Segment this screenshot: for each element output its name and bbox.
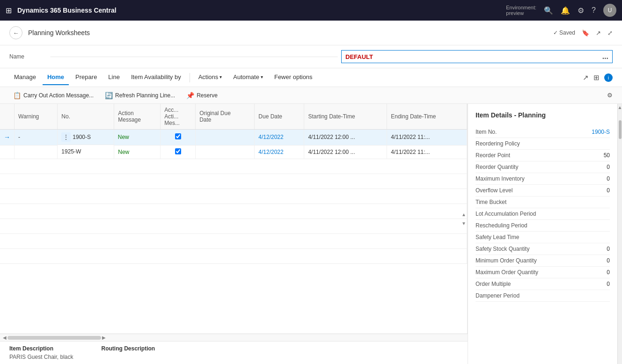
reserve-icon: 📌 xyxy=(186,92,194,99)
reorder-qty-val: 0 xyxy=(607,164,610,170)
no-cell[interactable]: ⋮ 1900-S xyxy=(58,130,114,145)
menu-actions[interactable]: Actions ▾ xyxy=(194,70,227,85)
panel-row-time-bucket: Time Bucket xyxy=(476,197,610,208)
menu-automate[interactable]: Automate ▾ xyxy=(228,70,268,85)
panel-row-order-multiple: Order Multiple 0 xyxy=(476,278,610,290)
info-icon[interactable]: i xyxy=(604,73,613,82)
item-no-val[interactable]: 1900-S xyxy=(592,129,610,135)
scroll-left-icon[interactable]: ◀ xyxy=(2,334,7,341)
menu-prepare[interactable]: Prepare xyxy=(71,70,102,85)
panel-row-safety-lead: Safety Lead Time xyxy=(476,232,610,243)
app-title: Dynamics 365 Business Central xyxy=(17,7,500,14)
acc-cell[interactable] xyxy=(161,130,196,146)
back-button[interactable]: ← xyxy=(9,26,22,39)
name-more-icon[interactable]: ... xyxy=(602,52,608,61)
acc-checkbox-2[interactable] xyxy=(175,148,181,154)
ending-datetime-cell-2: 4/11/2022 11:... xyxy=(387,145,467,159)
horizontal-scrollbar[interactable]: ◀ ▶ xyxy=(0,334,468,341)
scroll-up-icon[interactable]: ▲ xyxy=(461,211,467,218)
customize-icon[interactable]: ⚙ xyxy=(607,92,613,99)
expand-icon[interactable]: ⤢ xyxy=(607,29,613,36)
refresh-planning-button[interactable]: 🔄 Refresh Planning Line... xyxy=(101,90,179,101)
panel-title: Item Details - Planning xyxy=(476,111,610,119)
share-link-icon[interactable]: ↗ xyxy=(583,73,589,82)
menu-item-availability[interactable]: Item Availability by xyxy=(126,70,186,85)
carry-out-label: Carry Out Action Message... xyxy=(23,92,94,99)
col-original-due-date-header[interactable]: Original DueDate xyxy=(196,104,255,130)
table-row-empty xyxy=(0,204,467,218)
filter-icon[interactable]: ⊞ xyxy=(593,73,600,82)
starting-datetime-cell-2: 4/11/2022 12:00 ... xyxy=(304,145,387,159)
v-scroll-thumb[interactable] xyxy=(619,120,622,139)
col-due-date-header[interactable]: Due Date xyxy=(255,104,304,130)
col-starting-datetime-header[interactable]: Starting Date-Time xyxy=(304,104,387,130)
reorder-point-val: 50 xyxy=(604,152,610,159)
row-arrow-icon: → xyxy=(4,133,10,141)
acc-cell-2[interactable] xyxy=(161,145,196,159)
acc-checkbox[interactable] xyxy=(175,133,181,139)
routing-description-section: Routing Description xyxy=(102,345,155,360)
menu-line[interactable]: Line xyxy=(103,70,124,85)
menu-home[interactable]: Home xyxy=(43,70,69,85)
col-ending-datetime-header[interactable]: Ending Date-Time xyxy=(387,104,467,130)
name-value: DEFAULT xyxy=(345,53,373,60)
col-action-message-header[interactable]: ActionMessage xyxy=(114,104,161,130)
panel-row-safety-stock: Safety Stock Quantity 0 xyxy=(476,243,610,255)
menu-manage[interactable]: Manage xyxy=(9,70,41,85)
name-field-input[interactable]: DEFAULT ... xyxy=(341,50,613,63)
max-inventory-val: 0 xyxy=(607,175,610,182)
help-icon[interactable]: ? xyxy=(592,6,596,15)
col-warning-header[interactable]: Warning xyxy=(15,104,58,130)
back-arrow-icon: ← xyxy=(13,29,19,36)
item-desc-title: Item Description xyxy=(9,345,73,352)
due-date-cell-2: 4/12/2022 xyxy=(255,145,304,159)
menu-fewer-options[interactable]: Fewer options xyxy=(270,70,317,85)
vertical-scrollbar[interactable]: ▲ xyxy=(617,104,622,364)
top-bar: ⊞ Dynamics 365 Business Central Environm… xyxy=(0,0,622,21)
settings-icon[interactable]: ⚙ xyxy=(578,6,584,15)
lot-accum-label: Lot Accumulation Period xyxy=(476,211,536,217)
table-row-empty xyxy=(0,248,467,263)
safety-stock-val: 0 xyxy=(607,246,610,252)
max-order-qty-val: 0 xyxy=(607,269,610,276)
panel-row-overflow-level: Overflow Level 0 xyxy=(476,185,610,197)
share-icon[interactable]: ↗ xyxy=(596,29,601,36)
scroll-thumb[interactable] xyxy=(7,336,101,340)
scroll-down-icon[interactable]: ▼ xyxy=(461,220,467,227)
header-actions: ✓ Saved 🔖 ↗ ⤢ xyxy=(553,29,613,36)
name-label: Name xyxy=(9,53,47,60)
refresh-icon: 🔄 xyxy=(105,92,113,99)
v-scroll-up-icon[interactable]: ▲ xyxy=(617,104,622,111)
name-row: Name DEFAULT ... xyxy=(0,45,622,68)
panel-row-rescheduling: Rescheduling Period xyxy=(476,220,610,232)
scroll-right-icon[interactable]: ▶ xyxy=(101,334,107,341)
bell-icon[interactable]: 🔔 xyxy=(561,6,570,15)
col-no-header[interactable]: No. xyxy=(58,104,114,130)
dampener-label: Dampener Period xyxy=(476,292,520,299)
grid-icon[interactable]: ⊞ xyxy=(6,6,12,15)
automate-dropdown-icon: ▾ xyxy=(261,74,263,80)
item-description-section: Item Description PARIS Guest Chair, blac… xyxy=(9,345,73,360)
table-row-empty xyxy=(0,174,467,189)
refresh-label: Refresh Planning Line... xyxy=(115,92,175,99)
avatar[interactable]: U xyxy=(603,4,616,17)
time-bucket-label: Time Bucket xyxy=(476,199,506,205)
carry-out-button[interactable]: 📋 Carry Out Action Message... xyxy=(9,90,97,101)
warning-cell-2 xyxy=(15,145,58,159)
table-row-empty xyxy=(0,233,467,248)
table-row[interactable]: 1925-W New 4/12/2022 4/11/2022 1 xyxy=(0,145,467,159)
reserve-button[interactable]: 📌 Reserve xyxy=(183,90,221,101)
row-context-menu[interactable]: ⋮ xyxy=(61,132,71,142)
panel-row-reorder-qty: Reorder Quantity 0 xyxy=(476,161,610,173)
panel-row-max-inventory: Maximum Inventory 0 xyxy=(476,173,610,185)
col-acc-header[interactable]: Acc...Acti...Mes... xyxy=(161,104,196,130)
actions-dropdown-icon: ▾ xyxy=(220,74,222,80)
planning-table: Warning No. ActionMessage Acc...Acti...M… xyxy=(0,104,467,264)
table-row[interactable]: → - ⋮ 1900-S New xyxy=(0,130,467,146)
panel-row-dampener: Dampener Period xyxy=(476,290,610,302)
toolbar-right: ⚙ xyxy=(607,92,613,99)
panel-row-lot-accum: Lot Accumulation Period xyxy=(476,208,610,220)
search-icon[interactable]: 🔍 xyxy=(544,6,553,15)
grid-area[interactable]: Warning No. ActionMessage Acc...Acti...M… xyxy=(0,104,468,334)
bookmark-icon[interactable]: 🔖 xyxy=(582,29,589,36)
